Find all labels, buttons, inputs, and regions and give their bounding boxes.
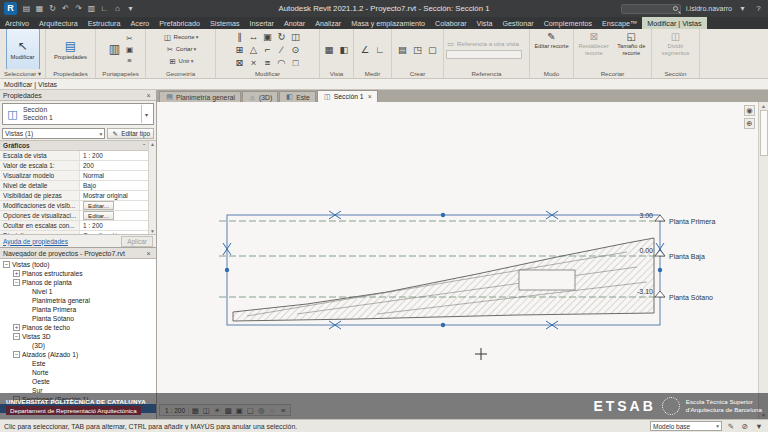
panel-label-geometria[interactable]: Geometría (146, 69, 215, 78)
tree-item-nivel-1[interactable]: Nivel 1 (0, 287, 156, 296)
detail-level-icon[interactable]: ▦ (190, 405, 200, 415)
user-account-button[interactable]: i.isidro.navarro (686, 5, 732, 12)
edit-type-button[interactable]: ✎ Editar tipo (107, 128, 154, 139)
panel-label-modificar[interactable]: Modificar (216, 69, 319, 78)
shadows-icon[interactable]: ▩ (223, 405, 233, 415)
property-value[interactable]: 1 : 200 (80, 221, 148, 230)
design-options-select[interactable]: Modelo base ▾ (650, 421, 722, 431)
undo-icon[interactable]: ↶ (60, 3, 71, 14)
user-dropdown-icon[interactable]: ▾ (737, 3, 748, 14)
help-icon[interactable]: ? (753, 3, 764, 14)
ribbon-tab-acero[interactable]: Acero (126, 17, 155, 29)
paste-icon[interactable]: ▥ (107, 39, 123, 59)
hide-isolate-icon[interactable]: ◎ (256, 405, 266, 415)
tree-item-planos-de-planta[interactable]: −Planos de planta (0, 278, 156, 287)
tree-item-sur[interactable]: Sur (0, 386, 156, 395)
terrain-section[interactable] (233, 238, 654, 321)
tree-item-norte[interactable]: Norte (0, 368, 156, 377)
exclude-options-icon[interactable]: ⊘ (740, 421, 750, 431)
escala-icon[interactable]: △ (247, 43, 260, 56)
expand-icon[interactable]: + (13, 270, 20, 277)
tree-item-planos-de-techo[interactable]: +Planos de techo (0, 323, 156, 332)
reveal-hidden-icon[interactable]: ◌ (267, 405, 277, 415)
panel-label-seleccionar[interactable]: Seleccionar ▾ (0, 69, 45, 78)
steering-wheel-icon[interactable]: ◉ (744, 105, 755, 116)
ribbon-tab-enscape[interactable]: Enscape™ (597, 17, 642, 29)
rotar-icon[interactable]: ↻ (275, 30, 288, 43)
ribbon-tab-insertar[interactable]: Insertar (245, 17, 279, 29)
redo-icon[interactable]: ↷ (73, 3, 84, 14)
dividir-icon[interactable]: ∕ (275, 43, 288, 56)
matriz-icon[interactable]: ⊞ (233, 43, 246, 56)
property-value[interactable]: Mostrar original (80, 191, 148, 200)
level-name[interactable]: Planta Baja (669, 253, 705, 261)
scale-button[interactable]: 1 : 200 (162, 407, 189, 414)
scrollbar-thumb[interactable] (760, 110, 768, 156)
desfase-icon[interactable]: ≡ (261, 56, 274, 69)
group-collapse-icon[interactable]: ˆ (143, 143, 145, 149)
cut-icon[interactable]: ✂ (125, 33, 135, 43)
properties-scrollbar[interactable]: ▲ ▼ (148, 141, 156, 234)
building-cut[interactable] (519, 270, 575, 290)
ribbon-tab-estructura[interactable]: Estructura (83, 17, 126, 29)
properties-button[interactable]: ▤ Propiedades (51, 29, 91, 69)
vista-tool2-icon[interactable]: ◧ (338, 43, 351, 56)
expand-icon[interactable]: + (13, 324, 20, 331)
ribbon-tab-masa[interactable]: Masa y emplazamiento (346, 17, 430, 29)
chevron-down-icon[interactable]: ▾ (141, 105, 151, 123)
type-selector[interactable]: ◫ Sección Sección 1 ▾ (2, 103, 154, 125)
level-name[interactable]: Planta Primera (669, 218, 715, 225)
copiar-icon[interactable]: ▣ (261, 30, 274, 43)
properties-help-link[interactable]: Ayuda de propiedades (3, 238, 68, 245)
close-icon[interactable]: × (144, 91, 153, 100)
view-tab-este[interactable]: ◧ Este (279, 91, 316, 102)
view-tab-3d[interactable]: ⌂ (3D) (242, 91, 278, 102)
ribbon-tab-vista[interactable]: Vista (472, 17, 498, 29)
tree-item-este[interactable]: Este (0, 359, 156, 368)
filter-icon[interactable]: ▼ (754, 421, 764, 431)
collapse-icon[interactable]: − (13, 351, 20, 358)
panel-label-propiedades[interactable]: Propiedades (46, 69, 95, 78)
property-value[interactable]: 1 : 200 (80, 151, 148, 160)
ribbon-tab-anotar[interactable]: Anotar (279, 17, 310, 29)
panel-label-recortar[interactable]: Recortar (574, 69, 651, 78)
scroll-up-icon[interactable]: ▲ (761, 103, 766, 109)
crop-view-icon[interactable]: ▣ (234, 405, 244, 415)
editable-only-icon[interactable]: ✎ (726, 421, 736, 431)
alinear-icon[interactable]: ∥ (233, 30, 246, 43)
drawing-canvas[interactable]: 3.00 Planta Primera 0.00 Planta Baja -3.… (157, 102, 758, 419)
ribbon-tab-archivo[interactable]: Archivo (0, 17, 34, 29)
tree-item-planta-sotano[interactable]: Planta Sótano (0, 314, 156, 323)
eliminar-icon[interactable]: × (247, 56, 260, 69)
property-value[interactable]: Normal (80, 171, 148, 180)
tree-item-planta-primera[interactable]: Planta Primera (0, 305, 156, 314)
properties-filter-select[interactable]: Vistas (1) ▾ (2, 128, 105, 139)
panel-label-modo[interactable]: Modo (530, 69, 573, 78)
scroll-down-icon[interactable]: ▼ (761, 412, 766, 418)
tree-item-planimetria-general[interactable]: Planimetría general (0, 296, 156, 305)
tree-item-secciones[interactable]: −Secciones (Sección 1) (0, 395, 156, 404)
collapse-icon[interactable]: − (3, 261, 10, 268)
property-value[interactable]: Bajo (80, 181, 148, 190)
print-icon[interactable]: ▥ (86, 3, 97, 14)
fijar-icon[interactable]: ⊙ (289, 43, 302, 56)
edit-button[interactable]: Editar... (83, 201, 114, 210)
collapse-icon[interactable]: − (13, 333, 20, 340)
ribbon-tab-analizar[interactable]: Analizar (310, 17, 346, 29)
modify-button[interactable]: ↖ Modificar (6, 29, 40, 69)
save-icon[interactable]: ▦ (34, 3, 45, 14)
search-input[interactable] (621, 4, 681, 14)
close-icon[interactable]: × (144, 249, 153, 258)
zoom-icon[interactable]: ⊕ (744, 118, 755, 129)
visual-style-icon[interactable]: ◫ (201, 405, 211, 415)
tree-item-planos-estructurales[interactable]: +Planos estructurales (0, 269, 156, 278)
view-tab-planimetria-general[interactable]: ▤ Planimetría general (159, 91, 241, 102)
crear-similar-icon[interactable]: □ (289, 56, 302, 69)
open-icon[interactable]: ▤ (21, 3, 32, 14)
ribbon-tab-complementos[interactable]: Complementos (539, 17, 597, 29)
copy-icon[interactable]: ▣ (125, 44, 135, 54)
tree-item-vistas-3d[interactable]: −Vistas 3D (0, 332, 156, 341)
tree-item-seccion-1[interactable]: Sección 1 (0, 404, 156, 413)
crear-tool1-icon[interactable]: ▤ (396, 43, 409, 56)
qat-dropdown-icon[interactable]: ▾ (125, 3, 136, 14)
